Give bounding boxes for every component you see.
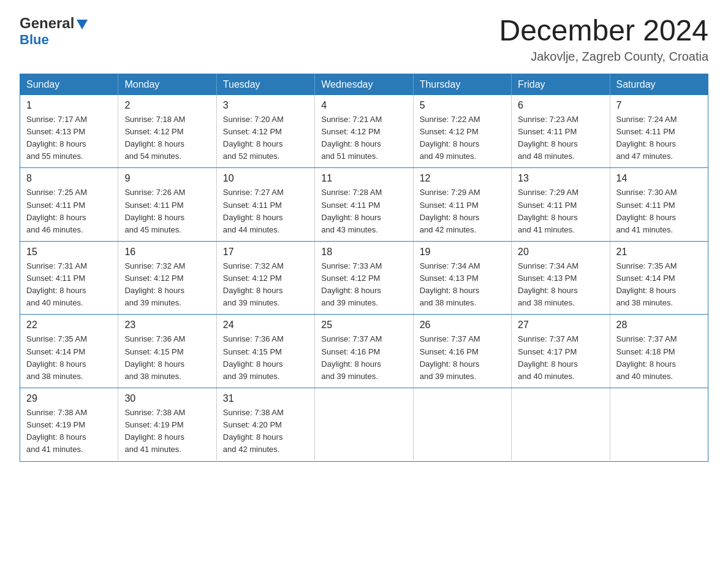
logo-blue-text: Blue (20, 32, 49, 48)
day-info: Sunrise: 7:24 AMSunset: 4:11 PMDaylight:… (616, 113, 702, 163)
day-info: Sunrise: 7:38 AMSunset: 4:20 PMDaylight:… (223, 407, 308, 456)
calendar-cell: 9Sunrise: 7:26 AMSunset: 4:11 PMDaylight… (118, 168, 216, 242)
logo: General Blue (20, 15, 89, 48)
calendar-cell: 14Sunrise: 7:30 AMSunset: 4:11 PMDayligh… (610, 168, 708, 242)
calendar-cell: 21Sunrise: 7:35 AMSunset: 4:14 PMDayligh… (610, 241, 708, 315)
col-header-saturday: Saturday (610, 74, 708, 95)
day-info: Sunrise: 7:26 AMSunset: 4:11 PMDaylight:… (124, 186, 210, 236)
day-info: Sunrise: 7:35 AMSunset: 4:14 PMDaylight:… (616, 260, 702, 310)
day-number: 2 (124, 100, 210, 111)
logo-triangle-icon (75, 17, 89, 31)
day-info: Sunrise: 7:29 AMSunset: 4:11 PMDaylight:… (420, 186, 505, 236)
day-info: Sunrise: 7:29 AMSunset: 4:11 PMDaylight:… (518, 186, 603, 236)
day-number: 20 (518, 247, 603, 258)
day-number: 7 (616, 100, 702, 111)
calendar-cell (315, 388, 413, 462)
day-number: 10 (223, 173, 308, 184)
day-number: 28 (616, 320, 702, 331)
calendar-cell: 30Sunrise: 7:38 AMSunset: 4:19 PMDayligh… (118, 388, 216, 462)
calendar-cell: 29Sunrise: 7:38 AMSunset: 4:19 PMDayligh… (20, 388, 118, 462)
day-info: Sunrise: 7:35 AMSunset: 4:14 PMDaylight:… (26, 333, 112, 383)
day-info: Sunrise: 7:27 AMSunset: 4:11 PMDaylight:… (223, 186, 308, 236)
day-info: Sunrise: 7:33 AMSunset: 4:12 PMDaylight:… (321, 260, 406, 310)
day-number: 9 (124, 173, 210, 184)
day-number: 11 (321, 173, 406, 184)
day-number: 29 (26, 393, 112, 404)
day-info: Sunrise: 7:28 AMSunset: 4:11 PMDaylight:… (321, 186, 406, 236)
calendar-cell: 8Sunrise: 7:25 AMSunset: 4:11 PMDaylight… (20, 168, 118, 242)
calendar-cell: 31Sunrise: 7:38 AMSunset: 4:20 PMDayligh… (216, 388, 314, 462)
page-header: General Blue December 2024 Jakovlje, Zag… (20, 15, 708, 64)
calendar-cell: 18Sunrise: 7:33 AMSunset: 4:12 PMDayligh… (315, 241, 413, 315)
day-info: Sunrise: 7:34 AMSunset: 4:13 PMDaylight:… (420, 260, 505, 310)
calendar-cell: 22Sunrise: 7:35 AMSunset: 4:14 PMDayligh… (20, 315, 118, 388)
day-number: 18 (321, 247, 406, 258)
page-subtitle: Jakovlje, Zagreb County, Croatia (499, 50, 708, 64)
week-row-1: 1Sunrise: 7:17 AMSunset: 4:13 PMDaylight… (20, 95, 708, 168)
calendar-cell: 5Sunrise: 7:22 AMSunset: 4:12 PMDaylight… (413, 95, 511, 168)
day-number: 13 (518, 173, 603, 184)
day-info: Sunrise: 7:21 AMSunset: 4:12 PMDaylight:… (321, 113, 406, 163)
day-number: 4 (321, 100, 406, 111)
day-info: Sunrise: 7:38 AMSunset: 4:19 PMDaylight:… (26, 407, 112, 456)
calendar-cell: 24Sunrise: 7:36 AMSunset: 4:15 PMDayligh… (216, 315, 314, 388)
day-number: 12 (420, 173, 505, 184)
calendar-cell: 23Sunrise: 7:36 AMSunset: 4:15 PMDayligh… (118, 315, 216, 388)
col-header-wednesday: Wednesday (315, 74, 413, 95)
week-row-5: 29Sunrise: 7:38 AMSunset: 4:19 PMDayligh… (20, 388, 708, 462)
day-number: 16 (124, 247, 210, 258)
day-info: Sunrise: 7:17 AMSunset: 4:13 PMDaylight:… (26, 113, 112, 163)
day-number: 15 (26, 247, 112, 258)
calendar-cell: 15Sunrise: 7:31 AMSunset: 4:11 PMDayligh… (20, 241, 118, 315)
calendar-cell: 7Sunrise: 7:24 AMSunset: 4:11 PMDaylight… (610, 95, 708, 168)
day-number: 22 (26, 320, 112, 331)
calendar-cell: 2Sunrise: 7:18 AMSunset: 4:12 PMDaylight… (118, 95, 216, 168)
day-info: Sunrise: 7:20 AMSunset: 4:12 PMDaylight:… (223, 113, 308, 163)
calendar-cell: 6Sunrise: 7:23 AMSunset: 4:11 PMDaylight… (512, 95, 610, 168)
day-info: Sunrise: 7:25 AMSunset: 4:11 PMDaylight:… (26, 186, 112, 236)
calendar-cell: 10Sunrise: 7:27 AMSunset: 4:11 PMDayligh… (216, 168, 314, 242)
col-header-friday: Friday (512, 74, 610, 95)
calendar-cell: 3Sunrise: 7:20 AMSunset: 4:12 PMDaylight… (216, 95, 314, 168)
svg-marker-0 (77, 20, 88, 29)
calendar-cell: 27Sunrise: 7:37 AMSunset: 4:17 PMDayligh… (512, 315, 610, 388)
calendar-cell: 12Sunrise: 7:29 AMSunset: 4:11 PMDayligh… (413, 168, 511, 242)
day-info: Sunrise: 7:31 AMSunset: 4:11 PMDaylight:… (26, 260, 112, 310)
calendar-cell: 20Sunrise: 7:34 AMSunset: 4:13 PMDayligh… (512, 241, 610, 315)
day-info: Sunrise: 7:37 AMSunset: 4:18 PMDaylight:… (616, 333, 702, 383)
day-info: Sunrise: 7:32 AMSunset: 4:12 PMDaylight:… (223, 260, 308, 310)
day-number: 31 (223, 393, 308, 404)
col-header-monday: Monday (118, 74, 216, 95)
day-info: Sunrise: 7:38 AMSunset: 4:19 PMDaylight:… (124, 407, 210, 456)
day-number: 19 (420, 247, 505, 258)
title-block: December 2024 Jakovlje, Zagreb County, C… (499, 15, 708, 64)
logo-general-text: General (20, 15, 74, 32)
col-header-sunday: Sunday (20, 74, 118, 95)
calendar-table: SundayMondayTuesdayWednesdayThursdayFrid… (20, 74, 708, 462)
calendar-cell (413, 388, 511, 462)
col-header-thursday: Thursday (413, 74, 511, 95)
day-info: Sunrise: 7:37 AMSunset: 4:16 PMDaylight:… (321, 333, 406, 383)
calendar-cell: 11Sunrise: 7:28 AMSunset: 4:11 PMDayligh… (315, 168, 413, 242)
day-number: 1 (26, 100, 112, 111)
day-number: 5 (420, 100, 505, 111)
day-info: Sunrise: 7:23 AMSunset: 4:11 PMDaylight:… (518, 113, 603, 163)
calendar-cell: 26Sunrise: 7:37 AMSunset: 4:16 PMDayligh… (413, 315, 511, 388)
calendar-header-row: SundayMondayTuesdayWednesdayThursdayFrid… (20, 74, 708, 95)
day-number: 14 (616, 173, 702, 184)
page-title: December 2024 (499, 15, 708, 47)
calendar-cell: 19Sunrise: 7:34 AMSunset: 4:13 PMDayligh… (413, 241, 511, 315)
day-info: Sunrise: 7:18 AMSunset: 4:12 PMDaylight:… (124, 113, 210, 163)
day-number: 17 (223, 247, 308, 258)
day-info: Sunrise: 7:37 AMSunset: 4:16 PMDaylight:… (420, 333, 505, 383)
week-row-4: 22Sunrise: 7:35 AMSunset: 4:14 PMDayligh… (20, 315, 708, 388)
day-number: 27 (518, 320, 603, 331)
week-row-2: 8Sunrise: 7:25 AMSunset: 4:11 PMDaylight… (20, 168, 708, 242)
calendar-cell: 1Sunrise: 7:17 AMSunset: 4:13 PMDaylight… (20, 95, 118, 168)
day-info: Sunrise: 7:32 AMSunset: 4:12 PMDaylight:… (124, 260, 210, 310)
day-info: Sunrise: 7:36 AMSunset: 4:15 PMDaylight:… (124, 333, 210, 383)
calendar-cell: 25Sunrise: 7:37 AMSunset: 4:16 PMDayligh… (315, 315, 413, 388)
day-info: Sunrise: 7:22 AMSunset: 4:12 PMDaylight:… (420, 113, 505, 163)
day-info: Sunrise: 7:34 AMSunset: 4:13 PMDaylight:… (518, 260, 603, 310)
calendar-cell (512, 388, 610, 462)
